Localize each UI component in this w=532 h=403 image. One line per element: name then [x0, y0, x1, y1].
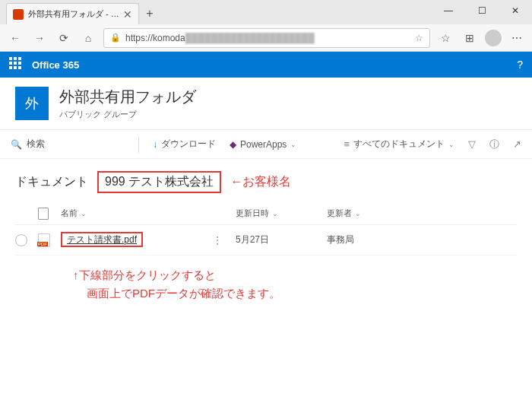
command-toolbar: 🔍 検索 ↓ ダウンロード ◆ PowerApps ⌄ ≡ すべてのドキュメント…	[0, 130, 532, 159]
row-select[interactable]	[15, 234, 27, 246]
site-title[interactable]: 外部共有用フォルダ	[59, 87, 196, 107]
search-placeholder: 検索	[27, 138, 45, 151]
window-close[interactable]: ✕	[499, 0, 532, 21]
annotation-customer: ←お客様名	[230, 174, 291, 190]
browser-tab[interactable]: 外部共有用フォルダ - 999 テスト株 ✕	[6, 3, 139, 24]
document-list: 名前⌄ 更新日時⌄ 更新者⌄ テスト請求書.pdf ⋮ 5月27日 事務局	[0, 202, 532, 255]
site-subtitle: パブリック グループ	[59, 109, 196, 120]
o365-brand[interactable]: Office 365	[32, 59, 79, 71]
powerapps-icon: ◆	[230, 139, 236, 150]
table-header: 名前⌄ 更新日時⌄ 更新者⌄	[15, 202, 517, 225]
tab-favicon	[13, 9, 24, 20]
window-minimize[interactable]: —	[432, 0, 465, 21]
search-icon: 🔍	[11, 139, 22, 150]
new-tab-button[interactable]: +	[139, 3, 160, 24]
pdf-icon	[38, 233, 50, 247]
app-launcher-icon[interactable]	[9, 57, 24, 72]
row-actions-icon[interactable]: ⋮	[213, 235, 236, 246]
cell-modified: 5月27日	[236, 233, 327, 246]
site-header: 外 外部共有用フォルダ パブリック グループ	[0, 78, 532, 130]
more-icon[interactable]: ⋯	[508, 29, 526, 47]
favorite-icon[interactable]: ☆	[415, 33, 423, 43]
profile-avatar[interactable]	[485, 30, 502, 46]
refresh-button[interactable]: ⟳	[55, 29, 73, 47]
back-button[interactable]: ←	[6, 29, 24, 47]
table-row[interactable]: テスト請求書.pdf ⋮ 5月27日 事務局	[15, 225, 517, 255]
list-icon: ≡	[344, 138, 350, 150]
forward-button[interactable]: →	[30, 29, 49, 47]
lock-icon: 🔒	[110, 33, 121, 43]
help-icon[interactable]: ?	[517, 59, 523, 71]
powerapps-label: PowerApps	[240, 139, 287, 150]
window-maximize[interactable]: ☐	[465, 0, 499, 21]
chevron-down-icon: ⌄	[290, 141, 296, 148]
download-button[interactable]: ↓ ダウンロード	[153, 138, 216, 151]
search-input[interactable]: 🔍 検索	[11, 138, 125, 151]
column-modifiedby[interactable]: 更新者⌄	[327, 208, 418, 219]
home-button[interactable]: ⌂	[79, 29, 97, 47]
cell-modifiedby: 事務局	[327, 233, 418, 246]
view-label: すべてのドキュメント	[353, 138, 445, 151]
browser-addressbar: ← → ⟳ ⌂ 🔒 https://komoda████████████████…	[0, 24, 532, 52]
toolbar-divider	[138, 136, 139, 153]
filetype-icon	[38, 208, 49, 220]
url-input[interactable]: 🔒 https://komoda████████████████████ ☆	[103, 28, 430, 48]
o365-header: Office 365 ?	[0, 52, 532, 78]
annotation-instruction: ↑下線部分をクリックすると 画面上でPDFデータが確認できます。	[0, 255, 532, 303]
powerapps-button[interactable]: ◆ PowerApps ⌄	[230, 139, 296, 150]
collections-icon[interactable]: ⊞	[461, 29, 479, 47]
expand-icon[interactable]: ↗	[513, 138, 521, 150]
breadcrumb: ドキュメント 999 テスト株式会社 ←お客様名	[0, 159, 532, 202]
tab-title: 外部共有用フォルダ - 999 テスト株	[28, 8, 123, 20]
column-name[interactable]: 名前⌄	[61, 208, 213, 219]
column-modified[interactable]: 更新日時⌄	[236, 208, 327, 219]
chevron-down-icon: ⌄	[448, 141, 454, 148]
download-icon: ↓	[153, 139, 157, 150]
filter-icon[interactable]: ▽	[468, 138, 476, 150]
file-link[interactable]: テスト請求書.pdf	[61, 232, 143, 247]
customer-name[interactable]: 999 テスト株式会社	[97, 171, 221, 193]
favorites-icon[interactable]: ☆	[436, 29, 454, 47]
view-selector[interactable]: ≡ すべてのドキュメント ⌄	[344, 138, 454, 151]
url-text: https://komoda████████████████████	[125, 33, 410, 43]
breadcrumb-root[interactable]: ドキュメント	[15, 174, 88, 190]
info-icon[interactable]: ⓘ	[489, 138, 499, 151]
download-label: ダウンロード	[161, 138, 216, 151]
close-icon[interactable]: ✕	[123, 8, 132, 21]
site-logo[interactable]: 外	[15, 87, 49, 120]
browser-titlebar: 外部共有用フォルダ - 999 テスト株 ✕ + — ☐ ✕	[0, 0, 532, 24]
